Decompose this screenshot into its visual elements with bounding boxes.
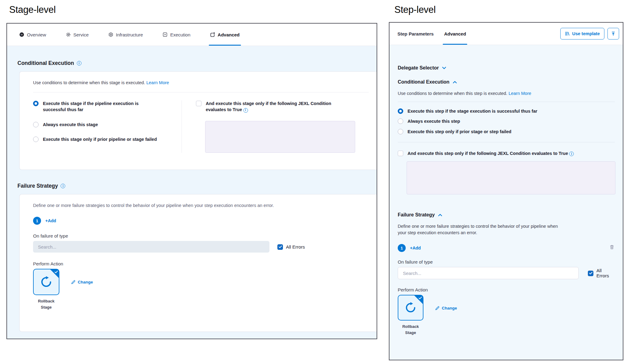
info-icon[interactable]: [61, 184, 65, 188]
section-title: Conditional Execution: [17, 60, 74, 66]
radio-label: Execute this step only if prior stage or…: [408, 129, 511, 135]
radio-option-always[interactable]: Always execute this stage: [33, 122, 175, 128]
jexl-checkbox-label: And execute this stage only if the follo…: [206, 100, 344, 113]
all-errors-checkbox[interactable]: All Errors: [588, 268, 615, 278]
step-advanced-content: Delegate Selector Conditional Execution …: [389, 45, 623, 360]
pencil-icon: [71, 280, 76, 284]
rollback-stage-tile[interactable]: [33, 269, 59, 295]
strategy-badge[interactable]: 1: [33, 217, 41, 225]
strategy-badge[interactable]: 1: [398, 244, 406, 252]
change-action-link[interactable]: Change: [435, 306, 457, 310]
divider: [33, 92, 369, 92]
stage-level-title: Stage-level: [9, 4, 56, 15]
section-title: Conditional Execution: [398, 79, 449, 85]
conditional-execution-header[interactable]: Conditional Execution: [398, 79, 615, 85]
execution-icon: [163, 32, 167, 37]
radio-label: Execute this step if the stage execution…: [408, 108, 537, 114]
tab-overview[interactable]: ∞ Overview: [19, 24, 46, 46]
radio-icon: [33, 137, 39, 142]
radio-option-failure[interactable]: Execute this step only if prior stage or…: [398, 129, 615, 135]
all-errors-checkbox[interactable]: All Errors: [277, 244, 305, 250]
execution-options: Execute this step if the stage execution…: [398, 108, 615, 135]
check-icon: [279, 246, 282, 248]
save-as-template-button[interactable]: [607, 28, 619, 39]
checkbox-checked-icon: [277, 244, 283, 250]
description-text: Use conditions to determine when this st…: [398, 91, 507, 96]
use-template-button[interactable]: Use template: [560, 28, 604, 39]
divider: [398, 102, 615, 102]
failure-strategy-card: Define one or more failure strategies to…: [19, 194, 377, 332]
selected-action-name: Rollback Stage: [398, 324, 423, 336]
section-title: Failure Strategy: [17, 183, 58, 189]
failure-strategy-header[interactable]: Failure Strategy: [398, 212, 615, 218]
conditional-execution-card: Use conditions to determine when this st…: [19, 71, 377, 170]
info-icon[interactable]: [243, 108, 248, 113]
selected-action-name: Rollback Stage: [33, 298, 59, 310]
change-label: Change: [442, 306, 457, 310]
infrastructure-icon: [108, 32, 113, 37]
failure-type-row: All Errors: [398, 267, 615, 279]
delete-strategy-button[interactable]: [610, 245, 614, 250]
tab-service[interactable]: Service: [66, 24, 89, 46]
failure-strategy-description: Define one or more failure strategies to…: [33, 202, 369, 209]
all-errors-label: All Errors: [286, 244, 305, 250]
jexl-checkbox-label: And execute this step only if the follow…: [408, 150, 574, 156]
tab-label: Advanced: [218, 32, 240, 37]
add-strategy-button[interactable]: +Add: [45, 218, 56, 223]
tab-label: Service: [73, 32, 89, 37]
conditional-execution-columns: Execute this stage if the pipeline execu…: [33, 100, 369, 153]
jexl-condition-input[interactable]: [407, 161, 615, 194]
section-title: Delegate Selector: [398, 65, 439, 71]
add-strategy-button[interactable]: +Add: [410, 246, 421, 250]
failure-type-search-input[interactable]: [398, 267, 579, 279]
change-action-link[interactable]: Change: [71, 280, 93, 284]
rollback-stage-tile[interactable]: [398, 295, 423, 321]
radio-option-success[interactable]: Execute this step if the stage execution…: [398, 108, 615, 114]
tab-label: Overview: [27, 32, 46, 37]
tabbar-actions: Use template: [560, 23, 619, 45]
radio-option-success[interactable]: Execute this stage if the pipeline execu…: [33, 100, 175, 113]
tab-advanced[interactable]: Advanced: [210, 24, 240, 46]
screenshot-canvas: Stage-level Step-level ∞ Overview Servic…: [0, 0, 639, 364]
conditional-execution-description: Use conditions to determine when this st…: [398, 90, 615, 97]
info-icon[interactable]: [569, 152, 574, 156]
strategy-list-row: 1 +Add: [398, 244, 615, 252]
radio-label: Always execute this step: [408, 118, 460, 124]
tab-step-parameters[interactable]: Step Parameters: [397, 23, 434, 45]
jexl-condition-column: And execute this stage only if the follo…: [182, 100, 369, 153]
chevron-up-icon: [438, 214, 442, 216]
divider: [398, 142, 615, 142]
failure-strategy-heading: Failure Strategy: [17, 183, 377, 189]
perform-action-row: Rollback Stage Change: [33, 269, 369, 310]
pencil-icon: [435, 306, 440, 310]
stage-panel: ∞ Overview Service Infrastructure Execut…: [6, 23, 377, 339]
failure-type-search-input[interactable]: [33, 241, 269, 253]
upload-icon: [611, 31, 616, 36]
step-tabbar: Step Parameters Advanced Use template: [389, 23, 623, 45]
delegate-selector-header[interactable]: Delegate Selector: [398, 65, 615, 71]
radio-option-always[interactable]: Always execute this step: [398, 118, 615, 124]
step-level-title: Step-level: [394, 4, 436, 15]
learn-more-link[interactable]: Learn More: [509, 91, 531, 96]
jexl-checkbox-row[interactable]: And execute this step only if the follow…: [398, 150, 615, 156]
tab-infrastructure[interactable]: Infrastructure: [108, 24, 143, 46]
tab-advanced-step[interactable]: Advanced: [444, 23, 466, 45]
conditional-execution-heading: Conditional Execution: [17, 60, 377, 66]
radio-selected-icon: [33, 101, 39, 106]
learn-more-link[interactable]: Learn More: [146, 80, 169, 85]
checkbox-icon: [196, 101, 201, 106]
on-failure-label: On failure of type: [33, 233, 369, 238]
jexl-condition-input[interactable]: [205, 121, 355, 153]
tab-label: Step Parameters: [397, 31, 434, 36]
radio-label: Execute this stage if the pipeline execu…: [43, 100, 144, 113]
radio-icon: [33, 122, 39, 127]
gear-icon: [66, 32, 71, 37]
overview-icon: ∞: [19, 32, 24, 37]
radio-option-failure[interactable]: Execute this stage only if prior pipelin…: [33, 136, 175, 142]
tab-label: Execution: [170, 32, 190, 37]
corner-check-icon: [419, 297, 422, 299]
tab-execution[interactable]: Execution: [163, 24, 190, 46]
info-icon[interactable]: [77, 61, 81, 66]
tab-label: Infrastructure: [116, 32, 143, 37]
jexl-checkbox-row[interactable]: And execute this stage only if the follo…: [196, 100, 369, 113]
